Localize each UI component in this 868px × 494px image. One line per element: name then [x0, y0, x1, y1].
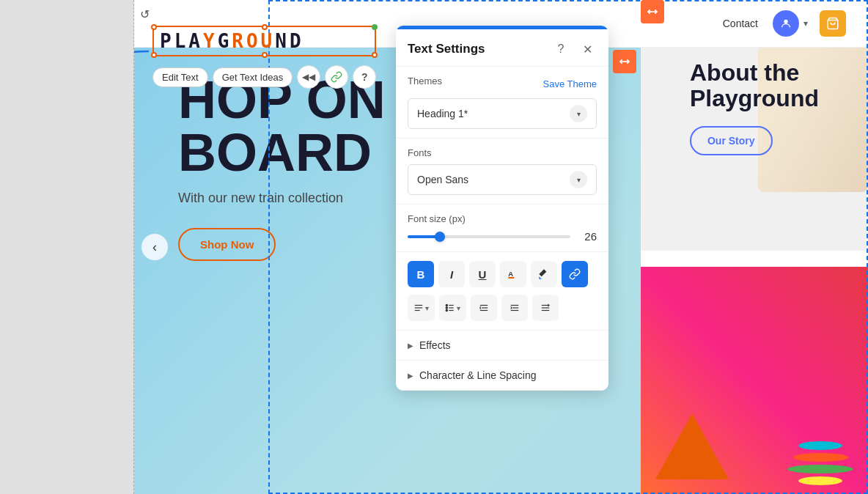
toy-rings	[787, 440, 853, 487]
panel-header: Text Settings ? ✕	[396, 29, 608, 67]
panel-header-icons: ? ✕	[551, 40, 597, 59]
hero-title: HOP ON BOARD	[178, 73, 386, 179]
font-current-value: Open Sans	[417, 174, 468, 185]
indent-increase-button[interactable]	[501, 295, 528, 321]
letter-a: A	[188, 30, 203, 52]
char-spacing-label: Character & Line Spacing	[419, 369, 537, 381]
fonts-section: Fonts Open Sans ▾	[396, 139, 608, 204]
theme-dropdown-arrow: ▾	[570, 105, 587, 122]
resize-handle-tm[interactable]	[262, 24, 268, 30]
themes-section: Themes Save Theme Heading 1* ▾	[396, 67, 608, 139]
selected-text-element: PLAYGROUND	[152, 26, 376, 89]
slider-thumb[interactable]	[435, 232, 445, 242]
font-size-label: Font size (px)	[408, 213, 597, 224]
hero-subtitle: With our new train collection	[178, 191, 386, 206]
list-style-dropdown[interactable]: ▾	[439, 295, 466, 321]
svg-point-13	[446, 307, 447, 309]
text-settings-panel: Text Settings ? ✕ Themes Save Theme Head…	[396, 26, 608, 391]
hero-cta-button[interactable]: Shop Now	[178, 228, 276, 261]
text-toolbar: Edit Text Get Text Ideas ◀◀ ?	[152, 65, 376, 89]
undo-icon[interactable]: ↺	[140, 7, 150, 21]
font-dropdown-arrow: ▾	[570, 171, 587, 188]
about-section: About the Playground Our Story	[641, 23, 868, 251]
italic-button[interactable]: I	[438, 261, 465, 287]
text-element-box[interactable]: PLAYGROUND	[152, 26, 376, 56]
svg-rect-5	[508, 277, 514, 279]
nav-contact-link[interactable]: Contact	[723, 18, 758, 29]
hero-title-line2: BOARD	[178, 126, 386, 179]
carousel-prev-button[interactable]: ‹	[141, 234, 168, 260]
playground-text: PLAYGROUND	[160, 30, 369, 52]
font-size-section: Font size (px) 26	[396, 204, 608, 252]
user-menu-chevron[interactable]: ▾	[803, 18, 808, 29]
letter-p: P	[160, 30, 174, 52]
effects-section[interactable]: ▶ Effects	[396, 331, 608, 361]
letter-o: O	[246, 30, 261, 52]
panel-help-button[interactable]: ?	[551, 40, 570, 59]
text-color-button[interactable]: A	[500, 261, 526, 287]
letter-g: G	[218, 30, 232, 52]
theme-dropdown[interactable]: Heading 1* ▾	[408, 98, 597, 129]
theme-current-value: Heading 1*	[417, 108, 468, 119]
text-history-button[interactable]: ◀◀	[297, 65, 320, 89]
bold-button[interactable]: B	[408, 261, 434, 287]
edit-text-button[interactable]: Edit Text	[152, 67, 208, 87]
svg-point-14	[446, 309, 447, 311]
indent-decrease-button[interactable]	[471, 295, 497, 321]
toys-section	[641, 267, 868, 494]
char-spacing-collapse-arrow: ▶	[408, 372, 413, 380]
font-size-slider[interactable]	[408, 235, 570, 238]
letter-d: D	[290, 30, 304, 52]
panel-title: Text Settings	[408, 42, 485, 56]
text-align-dropdown[interactable]: ▾	[408, 295, 435, 321]
resize-strip-icon[interactable]	[613, 50, 636, 73]
rtl-button[interactable]	[532, 295, 559, 321]
our-story-button[interactable]: Our Story	[690, 126, 773, 155]
svg-point-12	[446, 304, 447, 306]
user-icon[interactable]	[773, 10, 799, 37]
letter-y: Y	[203, 30, 218, 52]
underline-button[interactable]: U	[469, 261, 496, 287]
panel-close-button[interactable]: ✕	[578, 40, 597, 59]
letter-r: R	[232, 30, 246, 52]
svg-text:A: A	[508, 270, 513, 278]
format-row: B I U A	[408, 261, 597, 287]
letter-u: U	[261, 30, 276, 52]
svg-point-0	[784, 20, 787, 23]
right-column: About the Playground Our Story	[641, 0, 868, 494]
blue-arrow	[134, 48, 152, 95]
resize-handle-icon[interactable]	[641, 0, 664, 23]
toy-triangle-shape	[655, 413, 729, 479]
letter-n: N	[275, 30, 290, 52]
letter-l: L	[174, 30, 189, 52]
font-size-value: 26	[579, 230, 597, 243]
get-text-ideas-button[interactable]: Get Text Ideas	[213, 67, 293, 87]
themes-label: Themes	[408, 75, 442, 86]
themes-row: Themes Save Theme	[408, 75, 597, 92]
canvas-left-edge	[0, 0, 134, 494]
bg-color-button[interactable]	[531, 261, 557, 287]
link-button[interactable]	[562, 261, 588, 287]
effects-collapse-arrow: ▶	[408, 342, 413, 350]
resize-handle-bm[interactable]	[262, 52, 268, 58]
format-buttons-section: B I U A ▾ ▾	[396, 252, 608, 331]
cart-icon[interactable]	[820, 10, 846, 37]
font-dropdown[interactable]: Open Sans ▾	[408, 164, 597, 195]
effects-label: Effects	[419, 339, 451, 351]
resize-handle-tl[interactable]	[151, 24, 157, 30]
save-theme-button[interactable]: Save Theme	[543, 78, 597, 89]
text-link-button[interactable]	[325, 65, 348, 89]
hero-content: HOP ON BOARD With our new train collecti…	[178, 73, 386, 261]
text-help-button[interactable]: ?	[353, 65, 376, 89]
char-spacing-section[interactable]: ▶ Character & Line Spacing	[396, 361, 608, 391]
about-title: About the Playground	[690, 60, 819, 111]
align-row: ▾ ▾	[408, 295, 597, 321]
fonts-label: Fonts	[408, 147, 597, 158]
font-size-slider-row: 26	[408, 230, 597, 243]
